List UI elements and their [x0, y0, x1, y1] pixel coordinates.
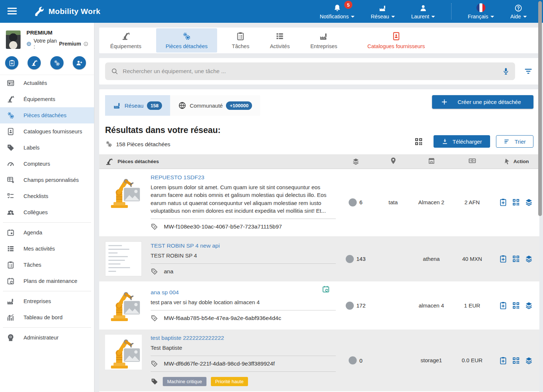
nav-user-label: Laurent	[411, 14, 429, 19]
gears-icon	[53, 60, 60, 66]
clipboard-plus-icon	[8, 60, 15, 66]
qr-code-icon[interactable]	[511, 197, 521, 207]
brand-name: Mobility Work	[48, 7, 100, 16]
search-input[interactable]	[123, 68, 497, 75]
tag-outline-icon	[151, 360, 158, 367]
storage: storage1	[411, 357, 452, 364]
qr-scan-icon[interactable]	[414, 137, 423, 146]
pointer-icon	[503, 158, 511, 165]
sidebar-item-equipements[interactable]: Équipements	[0, 91, 94, 107]
sidebar-item-entreprises[interactable]: Entreprises	[0, 293, 94, 309]
sidebar-menu: Actualités Équipements Pièces détachées …	[0, 75, 94, 346]
user-plus-icon	[76, 60, 83, 66]
qr-code-icon[interactable]	[511, 254, 521, 264]
sidebar-divider	[3, 291, 91, 291]
sidebar-item-actualites[interactable]: Actualités	[0, 75, 94, 91]
nav-help[interactable]: Aide	[510, 4, 527, 19]
sidebar-item-agenda[interactable]: Agenda	[0, 224, 94, 241]
sidebar-item-tableau-de-bord[interactable]: Tableau de bord	[0, 309, 94, 326]
stock-layers-icon[interactable]	[524, 254, 534, 264]
part-title-link[interactable]: test baptiste 2222222222222	[151, 335, 224, 341]
scope-tab-communaute[interactable]: Communauté +100000	[170, 95, 260, 116]
part-image[interactable]	[105, 174, 142, 211]
quick-create-spare-part-button[interactable]	[50, 56, 64, 69]
sidebar-item-checklists[interactable]: Checklists	[0, 188, 94, 204]
sidebar-item-labels[interactable]: Labels	[0, 140, 94, 156]
info-icon[interactable]	[83, 41, 88, 47]
avatar[interactable]	[6, 30, 21, 49]
quick-invite-colleague-button[interactable]	[73, 56, 86, 69]
stock-layers-icon[interactable]	[524, 197, 534, 207]
sidebar-item-pieces-detachees[interactable]: Pièces détachées	[0, 107, 94, 123]
tab-activites[interactable]: Activités	[264, 28, 296, 53]
download-button[interactable]: Télécharger	[434, 135, 490, 148]
wrench-logo-icon	[34, 6, 45, 17]
mic-icon[interactable]	[502, 67, 510, 75]
quick-create-equipment-button[interactable]	[28, 56, 41, 69]
results-count: 158 Pièces détachées	[105, 140, 220, 148]
stock-layers-icon[interactable]	[524, 356, 534, 366]
quantity: 0	[349, 356, 362, 364]
sidebar-item-compteurs[interactable]: Compteurs	[0, 156, 94, 172]
part-title-link[interactable]: REPUESTO 1SDF23	[151, 174, 204, 181]
store-icon	[428, 157, 435, 165]
tab-taches[interactable]: Tâches	[226, 28, 255, 53]
stock-layers-icon[interactable]	[524, 301, 534, 310]
nav-network[interactable]: Réseau	[371, 4, 395, 19]
part-reference: ana	[151, 268, 336, 275]
add-to-task-icon[interactable]	[498, 254, 508, 264]
create-spare-part-button[interactable]: Créer une pièce détachée	[432, 95, 533, 109]
filter-icon[interactable]	[524, 67, 533, 76]
layers-icon	[352, 158, 360, 165]
calendar-sync-icon[interactable]	[322, 285, 330, 295]
page-scrollbar[interactable]	[538, 1, 542, 216]
label-priorite-haute[interactable]: Priorité haute	[211, 377, 248, 386]
table-plus-icon	[7, 176, 15, 184]
sidebar-item-champs-personnalises[interactable]: Champs personnalisés	[0, 172, 94, 188]
qr-code-icon[interactable]	[511, 301, 521, 310]
spare-part-row[interactable]: test baptiste 2222222222222 Test Baptist…	[99, 330, 539, 392]
sidebar-item-taches[interactable]: Tâches	[0, 257, 94, 273]
add-to-task-icon[interactable]	[498, 301, 508, 310]
sidebar-item-catalogues[interactable]: Catalogues fournisseurs	[0, 123, 94, 140]
scope-tab-reseau[interactable]: Réseau 158	[105, 95, 170, 116]
divider	[151, 310, 336, 310]
quick-create-task-button[interactable]	[5, 56, 18, 69]
nav-language[interactable]: Français	[468, 3, 494, 19]
menu-icon[interactable]	[6, 5, 18, 18]
part-image[interactable]	[105, 335, 142, 371]
plan-value: Premium	[59, 41, 81, 47]
sidebar-item-plans-maintenance[interactable]: Plans de maintenance	[0, 273, 94, 289]
nav-notifications[interactable]: 5 Notifications	[320, 4, 355, 19]
tag-icon	[7, 144, 15, 152]
people-icon	[7, 208, 15, 216]
add-to-task-icon[interactable]	[498, 356, 508, 366]
sidebar-item-mes-activites[interactable]: Mes activités	[0, 241, 94, 257]
nav-user[interactable]: Laurent	[411, 4, 435, 19]
rows-icon	[7, 245, 15, 253]
qr-code-icon[interactable]	[511, 356, 521, 366]
quick-actions	[0, 53, 94, 75]
sort-button[interactable]: Trier	[496, 135, 533, 148]
part-subtitle: TEST ROBIN SP 4	[151, 252, 336, 259]
tab-equipements[interactable]: Équipements	[104, 28, 147, 53]
tab-entreprises[interactable]: Entreprises	[305, 28, 343, 53]
add-to-task-icon[interactable]	[498, 197, 508, 207]
bell-icon	[333, 4, 341, 12]
spare-part-row[interactable]: REPUESTO 1SDF23 Lorem ipsum dolor sit am…	[99, 169, 539, 236]
chevron-down-icon	[523, 16, 527, 18]
sidebar-item-collegues[interactable]: Collègues	[0, 204, 94, 220]
tab-catalogues-fournisseurs[interactable]: Catalogues fournisseurs	[362, 28, 431, 53]
part-image[interactable]	[105, 241, 142, 276]
part-title-link[interactable]: TEST ROBIN SP 4 new api	[151, 242, 220, 249]
spare-part-row[interactable]: TEST ROBIN SP 4 new api TEST ROBIN SP 4 …	[99, 236, 539, 282]
sidebar-item-administrateur[interactable]: Administrateur	[0, 330, 94, 346]
part-image[interactable]	[105, 287, 142, 324]
part-title-link[interactable]: ana sp 004	[151, 289, 179, 296]
part-subtitle: test para ver si hay doble location alma…	[151, 298, 336, 306]
brand-logo[interactable]: Mobility Work	[34, 6, 100, 17]
tab-pieces-detachees[interactable]: Pièces détachées	[156, 28, 217, 53]
label-machine-critique[interactable]: Machine critique	[163, 377, 206, 386]
user-icon	[419, 4, 427, 12]
spare-part-row[interactable]: ana sp 004 test para ver si hay doble lo…	[99, 282, 539, 330]
